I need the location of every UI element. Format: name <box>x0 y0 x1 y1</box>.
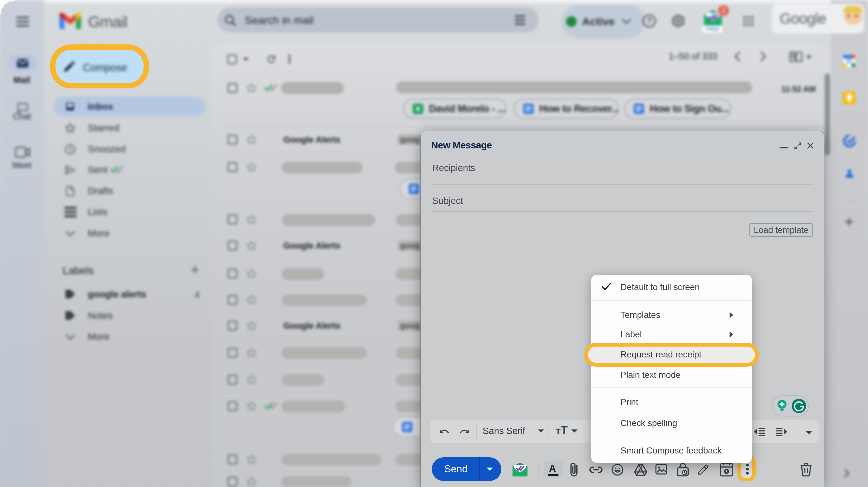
svg-text:31: 31 <box>846 58 852 64</box>
svg-text:?: ? <box>647 16 652 25</box>
